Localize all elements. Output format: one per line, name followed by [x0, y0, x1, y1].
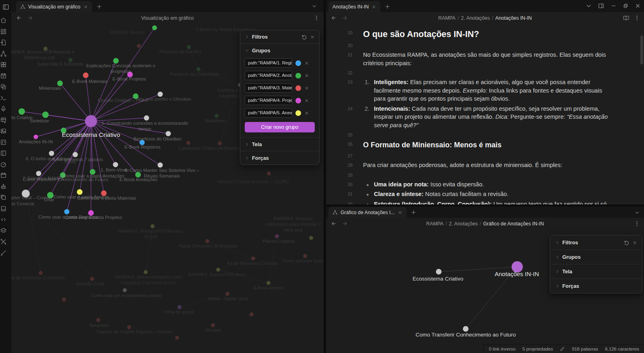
kanban-icon[interactable]: [0, 139, 7, 146]
graph-node[interactable]: [73, 152, 78, 157]
brush-icon[interactable]: [0, 250, 7, 256]
sidebar-toggle-icon[interactable]: [2, 4, 9, 10]
close-panel-icon[interactable]: [310, 35, 315, 39]
graph-node[interactable]: [85, 115, 97, 127]
graph-node[interactable]: [113, 58, 119, 64]
graph-node[interactable]: [64, 209, 70, 215]
filters-header[interactable]: Filtros: [550, 235, 642, 250]
new-tab-icon[interactable]: [96, 4, 102, 10]
graph-node[interactable]: [178, 305, 182, 309]
graph-node[interactable]: [196, 67, 200, 71]
tab-document[interactable]: Anotações IN-IN: [328, 1, 380, 12]
group-query-input[interactable]: path:"RAMPA/5. Anexos": [245, 108, 292, 118]
status-item[interactable]: 918 palavras: [572, 347, 598, 351]
graph-node[interactable]: [49, 151, 54, 156]
create-group-button[interactable]: Criar novo grupo: [245, 122, 315, 132]
graph-node[interactable]: [123, 288, 127, 292]
graph-node[interactable]: [309, 236, 313, 240]
tab-local-graph[interactable]: Gráfico de Anotações I...: [328, 207, 407, 218]
group-color-dot[interactable]: [295, 98, 301, 103]
close-tab-icon[interactable]: [398, 210, 402, 215]
remove-group-icon[interactable]: [304, 73, 309, 78]
graph-node[interactable]: [218, 141, 222, 145]
close-tab-icon[interactable]: [372, 4, 376, 9]
squares-icon[interactable]: [0, 194, 7, 201]
restore-icon[interactable]: [623, 3, 628, 8]
graph-node[interactable]: [19, 108, 25, 115]
tab-list-chevron-icon[interactable]: [312, 3, 317, 9]
graph-node[interactable]: [205, 239, 209, 243]
graph-node[interactable]: [90, 277, 94, 281]
layout-grid-icon[interactable]: [0, 61, 7, 68]
graph-node[interactable]: [144, 116, 149, 121]
book-icon[interactable]: [0, 205, 7, 212]
filters-header[interactable]: Filtros: [240, 30, 319, 43]
graph-node[interactable]: [158, 92, 163, 97]
remove-group-icon[interactable]: [304, 98, 309, 103]
breadcrumb[interactable]: RAMPA/2. Anotações/Gráfico de Anotações …: [326, 221, 644, 227]
breadcrumb[interactable]: RAMPA/2. Anotações/Anotações IN-IN: [326, 15, 644, 21]
graph-node[interactable]: [225, 292, 229, 296]
status-item[interactable]: 5 propriedades: [522, 347, 553, 351]
forcas-header[interactable]: Forças: [240, 151, 319, 165]
home-icon[interactable]: [0, 17, 7, 24]
graph-node[interactable]: [96, 318, 100, 322]
breadcrumb-part[interactable]: RAMPA: [426, 221, 444, 227]
reading-view-icon[interactable]: [623, 15, 629, 21]
layout-dashboard-icon[interactable]: [0, 28, 7, 35]
close-panel-icon[interactable]: [632, 240, 637, 245]
group-color-dot[interactable]: [295, 110, 301, 116]
close-window-icon[interactable]: [635, 3, 641, 9]
status-item[interactable]: 0 link inverso: [489, 347, 515, 351]
tab-list-chevron-icon[interactable]: [634, 210, 640, 215]
graph-icon[interactable]: [0, 50, 7, 57]
file-import-icon[interactable]: [0, 39, 7, 46]
new-tab-icon[interactable]: [411, 209, 417, 215]
new-tab-icon[interactable]: [384, 4, 390, 10]
graph-node[interactable]: [127, 325, 131, 329]
group-color-dot[interactable]: [295, 73, 301, 78]
remove-group-icon[interactable]: [304, 111, 309, 116]
copy-icon[interactable]: [0, 83, 7, 90]
graph-node[interactable]: [137, 44, 141, 48]
graph-node[interactable]: [34, 135, 38, 139]
layers-icon[interactable]: [0, 227, 7, 234]
graph-node[interactable]: [215, 114, 219, 118]
calendar-icon[interactable]: [0, 172, 7, 179]
graph-node[interactable]: [436, 269, 442, 275]
graph-node[interactable]: [36, 171, 41, 176]
tab-list-chevron-icon[interactable]: [586, 3, 592, 9]
minimize-icon[interactable]: [611, 3, 617, 9]
breadcrumb-part[interactable]: 2. Anotações: [449, 221, 478, 227]
graph-node[interactable]: [175, 336, 179, 340]
tab-graph-view[interactable]: Visualização em gráfico: [16, 1, 92, 12]
graph-node[interactable]: [113, 162, 118, 167]
tela-header[interactable]: Tela: [550, 264, 642, 279]
microphone-icon[interactable]: [0, 105, 7, 112]
graph-node[interactable]: [463, 326, 469, 332]
tela-header[interactable]: Tela: [240, 138, 319, 151]
tools-icon[interactable]: [0, 238, 7, 245]
layout-panels-icon[interactable]: [0, 150, 7, 157]
graph-node[interactable]: [83, 72, 89, 78]
group-query-input[interactable]: path:"RAMPA/2. Anotaçõ: [245, 71, 292, 80]
groups-header[interactable]: Grupos: [240, 44, 319, 54]
status-item[interactable]: 6.126 caracteres: [605, 347, 639, 351]
graph-node[interactable]: [216, 268, 220, 272]
graph-node[interactable]: [135, 172, 141, 178]
close-tab-icon[interactable]: [83, 4, 88, 9]
graph-node[interactable]: [152, 25, 157, 30]
table-add-icon[interactable]: [0, 117, 7, 124]
remove-group-icon[interactable]: [304, 61, 309, 66]
graph-node[interactable]: [57, 81, 63, 86]
remove-group-icon[interactable]: [304, 86, 309, 91]
graph-node[interactable]: [166, 131, 171, 136]
group-color-dot[interactable]: [295, 60, 301, 66]
terminal-icon[interactable]: [0, 95, 7, 101]
graph-node[interactable]: [267, 171, 271, 175]
calendar-check-icon[interactable]: [0, 72, 7, 79]
bot-icon[interactable]: [0, 183, 7, 190]
group-color-dot[interactable]: [295, 85, 301, 91]
graph-node[interactable]: [151, 224, 155, 228]
graph-node[interactable]: [158, 163, 163, 168]
